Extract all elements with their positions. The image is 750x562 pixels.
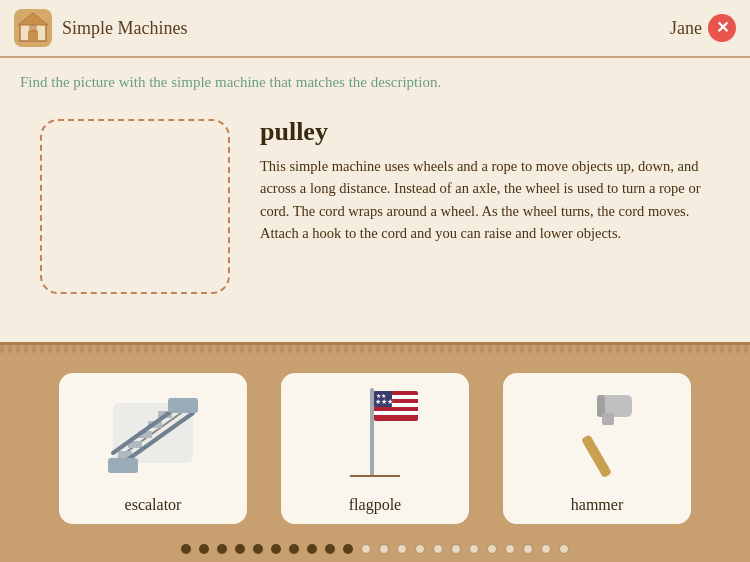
pagination-dot-8[interactable] — [325, 544, 335, 554]
choice-escalator[interactable]: escalator — [57, 371, 249, 526]
pagination-dot-1[interactable] — [199, 544, 209, 554]
choices-row: escalator ★★★ ★★ — [0, 353, 750, 536]
escalator-image — [59, 373, 247, 492]
svg-point-4 — [29, 24, 37, 32]
pagination-dot-5[interactable] — [271, 544, 281, 554]
pagination-dot-2[interactable] — [217, 544, 227, 554]
bottom-section: escalator ★★★ ★★ — [0, 342, 750, 562]
pagination-dot-7[interactable] — [307, 544, 317, 554]
svg-text:★★: ★★ — [376, 393, 386, 399]
pagination-dot-19[interactable] — [523, 544, 533, 554]
header-left: Simple Machines — [14, 9, 187, 47]
pagination-dot-20[interactable] — [541, 544, 551, 554]
pagination-dots — [0, 536, 750, 554]
flagpole-image: ★★★ ★★ — [281, 373, 469, 492]
pagination-dot-14[interactable] — [433, 544, 443, 554]
svg-text:★★★: ★★★ — [375, 398, 393, 406]
pagination-dot-9[interactable] — [343, 544, 353, 554]
answer-drop-zone[interactable] — [40, 119, 230, 294]
machine-name: pulley — [260, 117, 720, 147]
pagination-dot-12[interactable] — [397, 544, 407, 554]
pagination-dot-18[interactable] — [505, 544, 515, 554]
pagination-dot-15[interactable] — [451, 544, 461, 554]
pagination-dot-6[interactable] — [289, 544, 299, 554]
escalator-icon — [98, 383, 208, 483]
svg-rect-21 — [374, 411, 418, 415]
hammer-icon — [542, 383, 652, 483]
svg-rect-16 — [168, 398, 198, 413]
svg-rect-15 — [108, 458, 138, 473]
pagination-dot-4[interactable] — [253, 544, 263, 554]
texture-divider — [0, 345, 750, 353]
choice-hammer[interactable]: hammer — [501, 371, 693, 526]
pagination-dot-0[interactable] — [181, 544, 191, 554]
user-name: Jane — [670, 18, 702, 39]
flagpole-label: flagpole — [349, 492, 401, 514]
pagination-dot-16[interactable] — [469, 544, 479, 554]
escalator-label: escalator — [125, 492, 182, 514]
app-icon — [14, 9, 52, 47]
svg-rect-17 — [370, 388, 374, 476]
choice-flagpole[interactable]: ★★★ ★★ flagpole — [279, 371, 471, 526]
instruction-text: Find the picture with the simple machine… — [0, 58, 750, 99]
machine-description: This simple machine uses wheels and a ro… — [260, 155, 720, 245]
pagination-dot-17[interactable] — [487, 544, 497, 554]
pagination-dot-21[interactable] — [559, 544, 569, 554]
close-button[interactable]: ✕ — [708, 14, 736, 42]
pagination-dot-10[interactable] — [361, 544, 371, 554]
content-area: pulley This simple machine uses wheels a… — [0, 99, 750, 339]
description-area: pulley This simple machine uses wheels a… — [260, 109, 720, 245]
app-title: Simple Machines — [62, 18, 187, 39]
flagpole-icon: ★★★ ★★ — [320, 383, 430, 483]
hammer-label: hammer — [571, 492, 623, 514]
pagination-dot-13[interactable] — [415, 544, 425, 554]
header: Simple Machines Jane ✕ — [0, 0, 750, 58]
header-right: Jane ✕ — [670, 14, 736, 42]
svg-rect-29 — [602, 413, 614, 425]
pagination-dot-3[interactable] — [235, 544, 245, 554]
svg-rect-26 — [581, 434, 612, 478]
hammer-image — [503, 373, 691, 492]
pagination-dot-11[interactable] — [379, 544, 389, 554]
